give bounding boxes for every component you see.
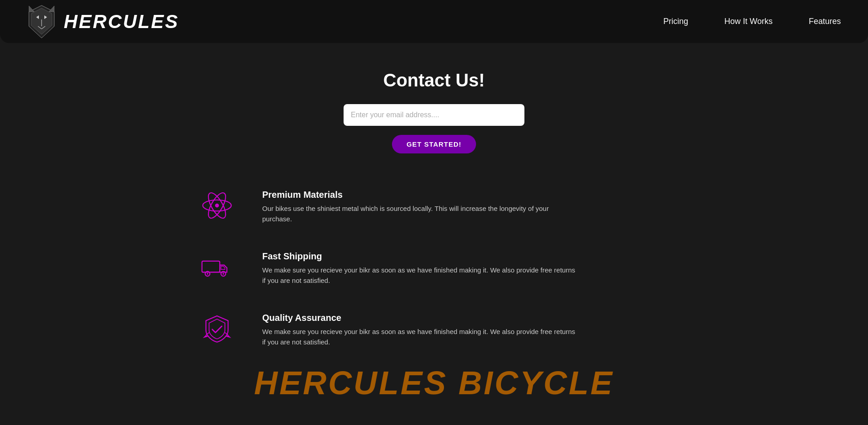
svg-marker-2	[49, 6, 54, 12]
email-input[interactable]	[344, 104, 524, 126]
get-started-button[interactable]: GET STARTED!	[392, 135, 476, 153]
feature-premium-materials-desc: Our bikes use the shiniest metal which i…	[262, 204, 579, 224]
svg-rect-13	[202, 261, 220, 272]
feature-premium-materials-text: Premium Materials Our bikes use the shin…	[262, 190, 669, 224]
logo-text: HERCULES	[64, 11, 179, 33]
truck-icon	[199, 251, 235, 283]
navbar: HERCULES Pricing How It Works Features	[0, 0, 868, 43]
shield-icon	[199, 313, 235, 344]
logo-icon	[27, 4, 57, 40]
feature-fast-shipping-text: Fast Shipping We make sure you recieve y…	[262, 251, 669, 286]
atom-icon	[199, 190, 235, 221]
feature-fast-shipping-desc: We make sure you recieve your bikr as so…	[262, 265, 579, 286]
main-content: Contact Us! GET STARTED! Premium Materia…	[0, 43, 868, 365]
nav-features[interactable]: Features	[809, 17, 841, 26]
svg-point-12	[215, 204, 219, 208]
feature-quality-assurance-title: Quality Assurance	[262, 313, 669, 323]
feature-premium-materials-title: Premium Materials	[262, 190, 669, 200]
feature-quality-assurance-text: Quality Assurance We make sure you recie…	[262, 313, 669, 347]
svg-point-17	[222, 273, 224, 275]
nav-pricing[interactable]: Pricing	[663, 17, 688, 26]
footer-brand-text: HERCULES BICYCLE	[254, 365, 614, 401]
feature-quality-assurance-desc: We make sure you recieve your bikr as so…	[262, 327, 579, 347]
logo-area: HERCULES	[27, 4, 179, 40]
nav-how-it-works[interactable]: How It Works	[724, 17, 773, 26]
feature-fast-shipping-title: Fast Shipping	[262, 251, 669, 262]
svg-point-15	[207, 273, 208, 275]
contact-title: Contact Us!	[383, 70, 485, 91]
nav-links: Pricing How It Works Features	[663, 17, 841, 26]
feature-premium-materials: Premium Materials Our bikes use the shin…	[199, 190, 669, 224]
feature-fast-shipping: Fast Shipping We make sure you recieve y…	[199, 251, 669, 286]
feature-quality-assurance: Quality Assurance We make sure you recie…	[199, 313, 669, 347]
features-section: Premium Materials Our bikes use the shin…	[163, 190, 705, 347]
svg-marker-1	[29, 6, 34, 12]
footer-area: HERCULES BICYCLE	[0, 365, 868, 401]
